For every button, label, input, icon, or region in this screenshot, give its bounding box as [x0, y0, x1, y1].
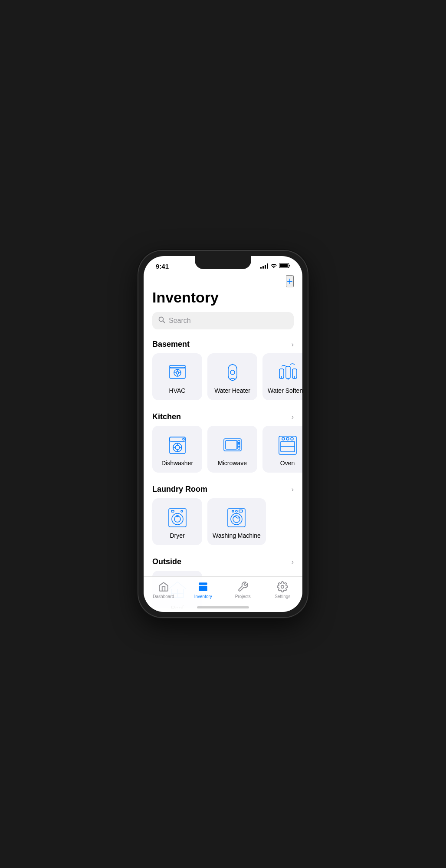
- phone-screen: 9:41: [144, 256, 302, 612]
- tab-inventory[interactable]: Inventory: [190, 581, 216, 599]
- sections-container: Basement › HVAC Water Heater: [144, 338, 302, 608]
- hvac-icon: [167, 362, 188, 383]
- svg-point-64: [281, 585, 284, 589]
- tab-dashboard-label: Dashboard: [153, 594, 174, 599]
- item-card-microwave[interactable]: Microwave: [207, 426, 257, 473]
- dishwasher-icon: [167, 434, 188, 455]
- section-laundry: Laundry Room › Dryer Washing Machine: [144, 483, 302, 552]
- phone-frame: 9:41: [138, 251, 308, 617]
- item-card-hvac[interactable]: HVAC: [152, 353, 202, 400]
- section-basement: Basement › HVAC Water Heater: [144, 338, 302, 407]
- svg-point-54: [232, 510, 234, 512]
- tab-projects-label: Projects: [235, 594, 251, 599]
- status-icons: [260, 262, 290, 270]
- svg-point-55: [236, 510, 237, 512]
- svg-point-26: [183, 438, 184, 440]
- settings-icon: [277, 581, 288, 592]
- section-header-kitchen[interactable]: Kitchen ›: [144, 411, 302, 426]
- home-icon: [158, 581, 169, 592]
- svg-rect-5: [170, 367, 185, 378]
- svg-point-11: [176, 372, 179, 374]
- item-label-microwave: Microwave: [218, 460, 247, 467]
- svg-point-50: [181, 510, 183, 512]
- inventory-icon: [197, 581, 209, 592]
- search-icon: [158, 316, 165, 325]
- water-heater-icon: [222, 362, 243, 383]
- item-label-dishwasher: Dishwasher: [161, 460, 193, 467]
- washing-machine-icon: [226, 507, 247, 528]
- wifi-icon: [270, 262, 277, 270]
- tab-settings[interactable]: Settings: [269, 581, 295, 599]
- svg-point-41: [282, 437, 285, 440]
- search-bar[interactable]: Search: [152, 312, 294, 329]
- section-title-basement: Basement: [152, 340, 190, 349]
- svg-rect-34: [226, 441, 237, 449]
- projects-icon: [237, 581, 249, 592]
- screen-content: + Inventory Search Basement ›: [144, 272, 302, 608]
- svg-point-3: [159, 317, 164, 322]
- tab-projects[interactable]: Projects: [230, 581, 256, 599]
- item-label-oven: Oven: [280, 460, 295, 467]
- item-card-dishwasher[interactable]: Dishwasher: [152, 426, 202, 473]
- svg-rect-2: [289, 265, 290, 266]
- section-title-outside: Outside: [152, 557, 181, 566]
- section-kitchen: Kitchen › Dishwasher Microwave: [144, 411, 302, 480]
- svg-rect-13: [228, 365, 237, 380]
- status-time: 9:41: [156, 263, 169, 270]
- section-header-basement[interactable]: Basement ›: [144, 338, 302, 353]
- svg-rect-12: [170, 365, 185, 368]
- svg-point-43: [291, 437, 293, 440]
- svg-line-4: [163, 321, 165, 323]
- svg-point-37: [238, 446, 239, 447]
- item-label-water-heater: Water Heater: [214, 387, 250, 394]
- item-card-oven[interactable]: Oven: [262, 426, 302, 473]
- items-row-basement: HVAC Water Heater Water Softener: [144, 353, 302, 407]
- svg-rect-49: [171, 510, 174, 512]
- svg-rect-62: [199, 582, 208, 585]
- tab-dashboard[interactable]: Dashboard: [151, 581, 177, 599]
- section-title-kitchen: Kitchen: [152, 412, 181, 421]
- chevron-right-icon: ›: [292, 413, 294, 421]
- svg-point-52: [231, 513, 242, 525]
- items-row-kitchen: Dishwasher Microwave Oven: [144, 426, 302, 480]
- signal-icon: [260, 263, 268, 269]
- item-card-washing-machine[interactable]: Washing Machine: [207, 498, 266, 545]
- add-button[interactable]: +: [286, 275, 294, 287]
- item-label-dryer: Dryer: [170, 532, 184, 539]
- svg-rect-1: [280, 264, 288, 267]
- header: +: [144, 272, 302, 287]
- microwave-icon: [222, 434, 243, 455]
- search-placeholder: Search: [169, 317, 191, 325]
- section-header-laundry[interactable]: Laundry Room ›: [144, 483, 302, 498]
- battery-icon: [279, 262, 290, 270]
- svg-point-42: [286, 437, 289, 440]
- home-indicator: [197, 606, 249, 608]
- svg-rect-17: [231, 378, 234, 380]
- item-label-washing-machine: Washing Machine: [213, 532, 261, 539]
- svg-point-28: [175, 445, 180, 450]
- dryer-icon: [167, 507, 188, 528]
- water-softener-icon: [278, 362, 298, 383]
- oven-icon: [277, 434, 298, 455]
- section-title-laundry: Laundry Room: [152, 485, 207, 494]
- svg-rect-19: [286, 366, 290, 378]
- svg-rect-63: [199, 586, 208, 591]
- section-header-outside[interactable]: Outside ›: [144, 556, 302, 571]
- items-row-laundry: Dryer Washing Machine: [144, 498, 302, 552]
- chevron-right-icon: ›: [292, 341, 294, 349]
- tab-inventory-label: Inventory: [194, 594, 212, 599]
- chevron-right-icon: ›: [292, 558, 294, 566]
- page-title: Inventory: [144, 287, 302, 312]
- item-card-water-heater[interactable]: Water Heater: [207, 353, 257, 400]
- svg-point-36: [238, 443, 239, 444]
- chevron-right-icon: ›: [292, 486, 294, 493]
- item-label-water-softener: Water Softener: [268, 387, 302, 394]
- item-label-hvac: HVAC: [169, 387, 186, 394]
- svg-rect-56: [239, 510, 243, 512]
- item-card-water-softener[interactable]: Water Softener: [262, 353, 302, 400]
- tab-settings-label: Settings: [275, 594, 290, 599]
- notch: [195, 256, 251, 269]
- item-card-dryer[interactable]: Dryer: [152, 498, 202, 545]
- svg-point-14: [230, 370, 235, 375]
